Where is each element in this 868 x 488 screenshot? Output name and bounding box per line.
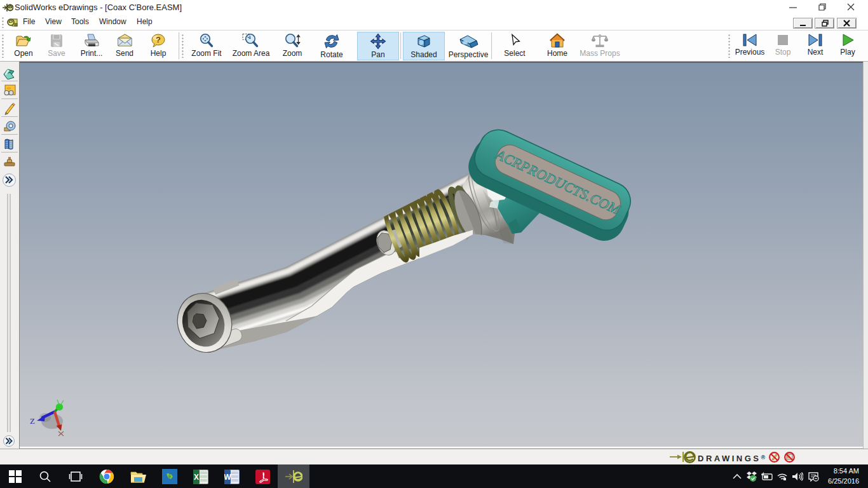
svg-text:Z: Z	[30, 416, 35, 426]
svg-text:?: ?	[156, 35, 161, 44]
svg-text:W: W	[224, 473, 231, 482]
svg-text:X: X	[194, 473, 199, 482]
